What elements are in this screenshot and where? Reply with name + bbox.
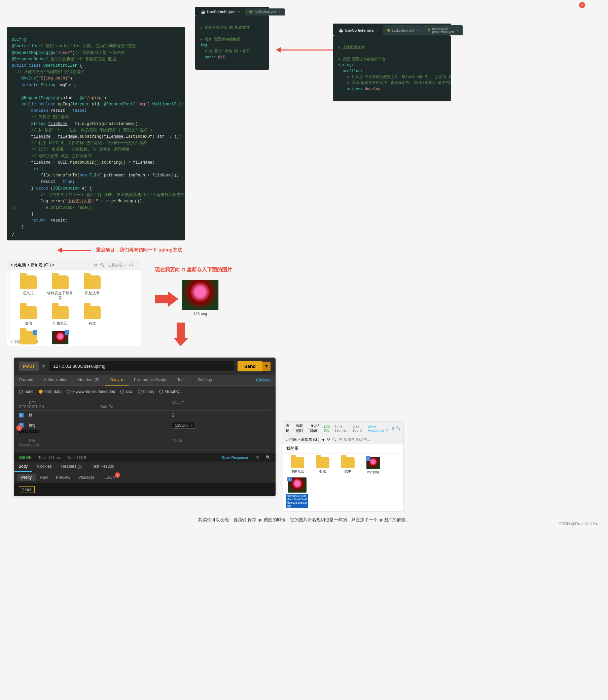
send-button[interactable]: Send: [238, 361, 263, 371]
folder-icon-recognition: [84, 275, 101, 289]
resp-inner-preview[interactable]: Preview: [52, 474, 74, 481]
tab-body[interactable]: Body ●: [105, 375, 129, 386]
radio-urlencoded[interactable]: x-www-form-urlencoded: [66, 389, 115, 394]
mini-img-checkbox: ✓: [366, 456, 370, 461]
mini-folder-icon-zhanjia: [341, 457, 355, 468]
mini-folder-zhanjia[interactable]: 战甲: [337, 457, 359, 474]
postman-nav-tabs: Params Authorization Headers (8) Body ● …: [14, 375, 276, 386]
folder-item-embedded[interactable]: 嵌入式: [15, 275, 42, 301]
mini-label-notes: 印象笔记: [291, 469, 304, 474]
radio-form-data[interactable]: form-data: [39, 389, 61, 394]
right-tab-usercontroller[interactable]: ☕ UserController.java ×: [335, 25, 382, 35]
params-table: KEY VALUE DESCRIPTION ··· Bulk Ed id 2: [14, 397, 276, 453]
save-resp[interactable]: Save Response ▼: [368, 424, 390, 432]
folder-label-recognition: 识别技术: [85, 291, 100, 296]
mini-folder-notes[interactable]: 印象笔记: [286, 457, 308, 474]
tab-pre-request[interactable]: Pre-request Script: [129, 375, 172, 386]
resp-tab-body[interactable]: Body: [14, 462, 32, 472]
folder-item-recognition[interactable]: 识别技术: [79, 275, 106, 301]
explorer-section: > 此电脑 > 新加卷 (G:) > ↻ 🔍 在新加卷 (G:) 中... 嵌入…: [7, 260, 601, 347]
radio-binary[interactable]: binary: [138, 389, 154, 394]
mini-folder-youdao[interactable]: 有道: [311, 457, 334, 474]
checkbox-id[interactable]: [19, 413, 29, 418]
right-tab-app-yml[interactable]: ⚙ application.yml ×: [383, 25, 423, 35]
resp-tab-cookies[interactable]: Cookies: [32, 462, 56, 472]
checkbox-img: ✓: [64, 330, 69, 335]
method-url-area: POST ▼: [19, 362, 45, 371]
radio-none[interactable]: none: [19, 389, 34, 394]
table-header-row: KEY VALUE DESCRIPTION ··· Bulk Ed: [19, 399, 270, 411]
resp-inner-raw[interactable]: Raw: [36, 474, 52, 481]
search-text: 在新加卷 (G:) 中...: [108, 263, 138, 268]
empty-description[interactable]: Description: [19, 443, 29, 447]
mini-img-file[interactable]: ✓ img.png: [362, 457, 384, 474]
folder-item-youdao[interactable]: 有道: [79, 306, 106, 326]
response-status: 200 OK: [19, 456, 32, 460]
bottom-status-200: 200 OK: [324, 424, 333, 432]
copy-btn[interactable]: ⧉: [392, 426, 394, 431]
tab-headers[interactable]: Headers (8): [73, 375, 104, 386]
middle-tab-app-yml[interactable]: ⚙ application.yml ×: [245, 8, 285, 16]
mini-label-youdao: 有道: [319, 469, 326, 474]
folder-icon: [20, 275, 37, 289]
bottom-breadcrumb: 布局: [286, 423, 291, 433]
resp-inner-visualize[interactable]: Visualize: [74, 474, 99, 481]
key-img: img: [29, 423, 101, 428]
empty-value[interactable]: Value: [172, 438, 244, 443]
mini-img-label: img.png: [367, 471, 379, 474]
tab-params[interactable]: Params: [14, 375, 38, 386]
search-btn-bottom[interactable]: 🔍: [396, 426, 401, 431]
radio-graphql[interactable]: GraphQL: [159, 389, 182, 394]
tabs-right: Cookies: [256, 375, 276, 386]
resp-body: true: [14, 483, 276, 496]
col-bulk: Bulk Ed: [101, 405, 172, 409]
bottom-refresh[interactable]: ↻: [327, 437, 330, 442]
save-response-link[interactable]: Save Response: [222, 456, 248, 460]
refresh-icon[interactable]: ↻: [94, 263, 97, 268]
search-response-icon[interactable]: 🔍: [266, 455, 270, 460]
middle-tab-usercontroller[interactable]: ☕ UserController.java ×: [197, 8, 244, 16]
folder-item-software[interactable]: 软件安全下载目录: [47, 275, 74, 301]
send-area: Send ▼: [238, 361, 270, 371]
right-arrow-svg: [155, 290, 178, 309]
resp-inner-pretty[interactable]: Pretty: [17, 474, 36, 481]
bottom-show-hide: 显示/隐藏: [310, 423, 322, 433]
col-key: KEY: [29, 401, 101, 405]
file-item-img[interactable]: ✓ img.png: [47, 331, 74, 346]
save-text: 现在我要向 G 盘断存入下面的图片: [155, 267, 232, 273]
method-badge[interactable]: POST: [19, 362, 39, 371]
img-file-wrapper: ✓: [52, 331, 69, 345]
file-tag-remove[interactable]: ×: [190, 423, 192, 427]
radio-dot-binary: [138, 390, 142, 393]
checkbox-zhanjia: ✓: [33, 330, 37, 335]
empty-key[interactable]: Key: [29, 438, 101, 443]
radio-dot-form-data: [39, 390, 43, 393]
folder-item-wechat[interactable]: 微信: [15, 306, 42, 326]
folder-zhanjia-wrapper: ✓: [20, 331, 37, 345]
img-row-badge: 1: [16, 425, 22, 431]
folder-label: 嵌入式: [22, 291, 34, 296]
right-tab-app-prod-yml[interactable]: ⚙ application-production.yml ×: [423, 25, 463, 35]
true-badge: true: [19, 486, 35, 493]
cookies-link[interactable]: Cookies: [256, 378, 270, 383]
search-icon: 🔍: [100, 263, 105, 268]
send-dropdown[interactable]: ▼: [263, 362, 270, 371]
bottom-nav-icon[interactable]: ▼: [322, 438, 325, 442]
copy-icon[interactable]: ⧉: [256, 455, 259, 460]
format-select[interactable]: JSON 3: [102, 474, 118, 481]
resp-tab-headers[interactable]: Headers (5): [57, 462, 87, 472]
resp-tab-test-results[interactable]: Test Results: [87, 462, 118, 472]
postman-container: POST ▼ 127.0.0.1:8080/user/upimg Send ▼ …: [14, 357, 276, 497]
url-input[interactable]: 127.0.0.1:8080/user/upimg: [49, 361, 234, 371]
tab-authorization[interactable]: Authorization: [38, 375, 73, 386]
radio-dot-none: [19, 390, 23, 393]
radio-raw[interactable]: raw: [120, 389, 132, 394]
right-code-content: # 上线配置文件 # 设置 配置文件的运行平台 spring: profiles…: [333, 35, 451, 102]
down-arrow-svg: [172, 323, 190, 346]
resp-inner-tabs: Pretty Raw Preview Visualize JSON 3: [14, 472, 276, 483]
tab-tests[interactable]: Tests: [172, 375, 192, 386]
method-chevron[interactable]: ▼: [41, 364, 45, 369]
folder-item-notes[interactable]: 印象笔记: [47, 306, 74, 326]
mini-uuid-file[interactable]: ✓ 9d5f6c33-00b6-4fc0-be2f-a6de6e33438e.p…: [286, 477, 308, 508]
tab-settings[interactable]: Settings: [192, 375, 217, 386]
